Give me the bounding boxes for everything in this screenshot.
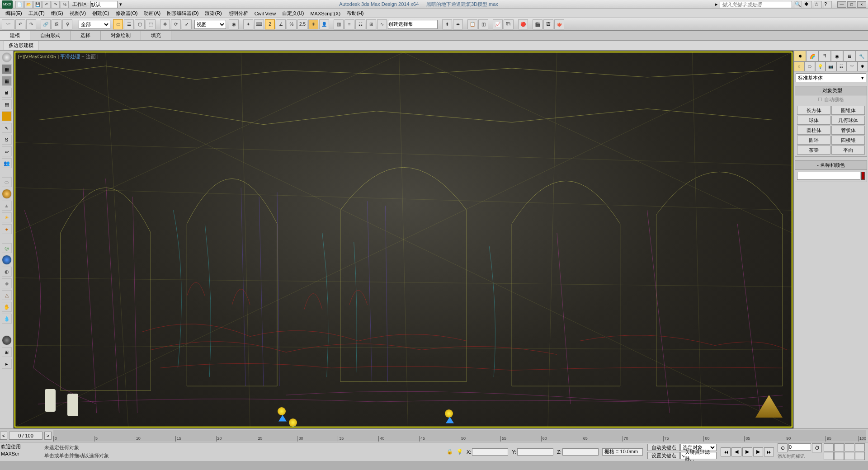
water-icon[interactable]: 💧	[2, 314, 12, 324]
geometry-icon[interactable]: ○	[794, 61, 804, 71]
key-filters-button[interactable]: ↘ 关键点过滤器...	[680, 452, 717, 459]
window-crossing-icon[interactable]: ⬚	[146, 19, 156, 29]
key-mode-icon[interactable]: ⊙	[778, 443, 788, 452]
manipulate-icon[interactable]: ✦	[243, 19, 253, 29]
search-icon[interactable]: 🔍	[794, 1, 802, 8]
spacewarps-icon[interactable]: 〰	[847, 61, 857, 71]
motion-tab-icon[interactable]: ◉	[831, 51, 843, 61]
light-gizmo-icon[interactable]	[289, 418, 297, 427]
redo-icon[interactable]: ↷	[52, 1, 60, 8]
ref-coord-system[interactable]: 视图	[194, 20, 226, 29]
undo-icon[interactable]: ↶	[42, 1, 51, 8]
percent-snap-icon[interactable]: %	[287, 19, 297, 29]
zoom-extents-icon[interactable]	[844, 443, 854, 451]
edit-named-icon[interactable]: ☀	[308, 19, 318, 29]
tab-freeform[interactable]: 自由形式	[30, 31, 71, 40]
viewport-shading-label[interactable]: 平滑处理	[60, 54, 80, 59]
orbit-icon[interactable]	[844, 452, 854, 460]
sun-icon[interactable]: ☀	[2, 212, 12, 222]
layer-icon[interactable]: ☷	[355, 19, 365, 29]
menu-edit[interactable]: 编辑(E)	[3, 9, 25, 18]
x-input[interactable]	[472, 448, 508, 456]
goto-end-icon[interactable]: ⏭	[764, 447, 774, 456]
zoom-extents-all-icon[interactable]	[855, 443, 865, 451]
grid-icon[interactable]: ▦	[2, 76, 12, 86]
y-input[interactable]	[517, 448, 553, 456]
grid2-icon[interactable]: ▤	[2, 99, 12, 109]
shapes-icon[interactable]: ⬭	[804, 61, 815, 71]
menu-animation[interactable]: 动画(A)	[141, 9, 163, 18]
plane-icon[interactable]: ▱	[2, 146, 12, 156]
exchange-icon[interactable]: ✱	[804, 1, 812, 8]
menu-civil-view[interactable]: Civil View	[252, 10, 278, 17]
cone-button[interactable]: 圆锥体	[831, 106, 865, 115]
systems-icon[interactable]: ✱	[858, 61, 868, 71]
geosphere-button[interactable]: 几何球体	[831, 116, 865, 125]
menu-maxscript[interactable]: MAXScript(X)	[307, 10, 343, 17]
selection-filter[interactable]: 全部	[79, 20, 110, 29]
bind-icon[interactable]: ⚲	[62, 19, 72, 29]
prism-icon[interactable]: △	[2, 290, 12, 300]
rect-region-icon[interactable]: ▢	[135, 19, 145, 29]
named-selection-set[interactable]	[388, 20, 438, 29]
keyboard-shortcut-icon[interactable]: ⌨	[254, 19, 264, 29]
scale-icon[interactable]: ⤢	[182, 19, 192, 29]
next-frame-icon[interactable]: ▶	[753, 447, 763, 456]
rollout-header[interactable]: - 对象类型	[795, 86, 867, 95]
maximize-button[interactable]: □	[847, 1, 856, 8]
play-icon[interactable]: ▶	[742, 447, 752, 456]
set-key-button[interactable]: 设置关键点	[647, 452, 680, 459]
menu-graph-editors[interactable]: 图形编辑器(D)	[164, 9, 201, 18]
undo-icon[interactable]: ↶	[15, 19, 25, 29]
dark-sphere-icon[interactable]	[2, 335, 12, 345]
render-setup-icon[interactable]: 🎬	[533, 19, 542, 29]
object-name-input[interactable]	[797, 172, 860, 180]
viewport-label[interactable]: [+][VRayCam005 ] 平滑处理 + 边面 ]	[18, 53, 99, 60]
yellow-icon[interactable]	[2, 111, 12, 121]
mirror-tool-icon[interactable]: ⬍	[442, 19, 452, 29]
tab-object-paint[interactable]: 对象绘制	[101, 31, 141, 40]
torus-icon[interactable]: ◎	[2, 243, 12, 253]
rollout-header[interactable]: - 名称和颜色	[795, 161, 867, 170]
curve-editor-icon[interactable]: 📈	[493, 19, 503, 29]
auto-key-button[interactable]: 自动关键点	[647, 444, 680, 451]
color-swatch[interactable]	[861, 172, 865, 180]
play-icon[interactable]: ▸	[2, 359, 12, 369]
maxscript-label[interactable]: MAXScr	[1, 451, 19, 456]
tab-populate[interactable]: 填充	[141, 31, 171, 40]
mirror-icon[interactable]: ▥	[334, 19, 344, 29]
lights-icon[interactable]: 💡	[815, 61, 826, 71]
utilities-tab-icon[interactable]: 🔧	[856, 51, 868, 61]
tab-modeling[interactable]: 建模	[0, 31, 30, 40]
display-tab-icon[interactable]: 🖥	[843, 51, 855, 61]
sphere2-icon[interactable]	[2, 189, 12, 199]
calc-icon[interactable]: 🖩	[2, 88, 12, 98]
geosphere-icon[interactable]	[2, 255, 12, 265]
viewport-camera-label[interactable]: [+][VRayCam005 ]	[18, 54, 59, 59]
current-frame-input[interactable]	[788, 443, 811, 451]
snap-2d-icon[interactable]: 2	[265, 19, 275, 29]
hierarchy-tab-icon[interactable]: ᖷ	[819, 51, 831, 61]
redo-icon[interactable]: ↷	[26, 19, 36, 29]
light-gizmo-icon[interactable]	[445, 409, 453, 418]
cone-icon[interactable]: ▲	[2, 201, 12, 211]
menu-modifiers[interactable]: 修改器(O)	[113, 9, 141, 18]
select-object-icon[interactable]: ▭	[113, 19, 123, 29]
align-icon[interactable]: ≡	[344, 19, 354, 29]
link-icon[interactable]: %	[61, 1, 69, 8]
glove-icon[interactable]: ✋	[2, 302, 12, 312]
menu-rendering[interactable]: 渲染(R)	[202, 9, 224, 18]
help-icon[interactable]: ?	[824, 1, 832, 8]
candle-object[interactable]	[67, 394, 78, 416]
unlink-icon[interactable]: ⛓	[52, 19, 61, 29]
link-icon[interactable]: 🔗	[41, 19, 51, 29]
curve-editor-icon[interactable]: ∿	[377, 19, 387, 29]
maximize-viewport-icon[interactable]	[855, 452, 865, 460]
isolate-icon[interactable]: 💡	[457, 449, 463, 455]
candle-object[interactable]	[45, 389, 56, 412]
material-editor-icon[interactable]: 🔴	[518, 19, 528, 29]
select-by-name-icon[interactable]: ☰	[124, 19, 134, 29]
sphere-icon[interactable]	[2, 52, 12, 62]
pivot-icon[interactable]: ◉	[229, 19, 239, 29]
menu-tools[interactable]: 工具(T)	[26, 9, 47, 18]
